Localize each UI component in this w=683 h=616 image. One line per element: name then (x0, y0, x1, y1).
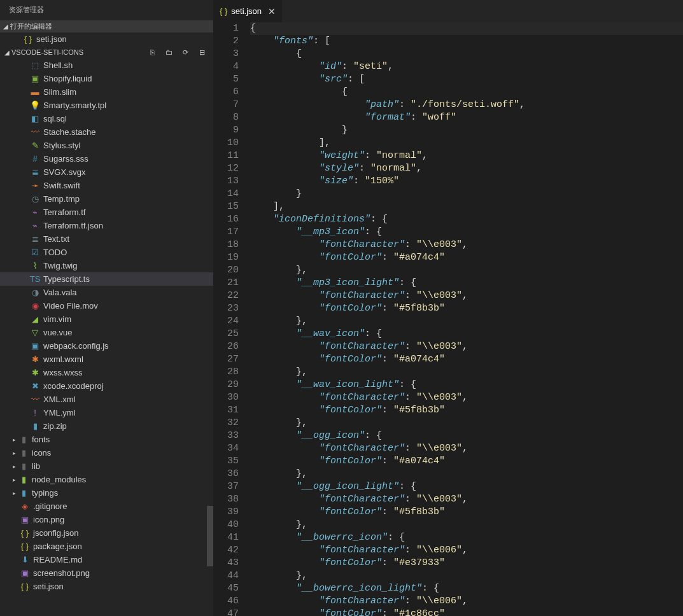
code-content[interactable]: { "fonts": [ { "id": "seti", "src": [ { … (250, 22, 683, 616)
code-line[interactable]: "fontCharacter": "\\e003", (250, 391, 683, 404)
file-row[interactable]: ◧sql.sql (0, 112, 213, 125)
code-line[interactable]: "fontColor": "#5f8b3b" (250, 302, 683, 315)
code-line[interactable]: "fontCharacter": "\\e003", (250, 442, 683, 455)
code-line[interactable]: { (250, 48, 683, 60)
file-row[interactable]: 〰Stache.stache (0, 125, 213, 139)
code-line[interactable]: }, (250, 264, 683, 277)
code-line[interactable]: } (250, 124, 683, 137)
code-line[interactable]: "fontColor": "#a074c4" (250, 455, 683, 468)
folder-row[interactable]: ▸▮fonts (0, 433, 213, 446)
new-file-icon[interactable]: ⎘ (147, 47, 157, 57)
file-row[interactable]: ☑TODO (0, 246, 213, 259)
file-row[interactable]: 💡Smarty.smarty.tpl (0, 99, 213, 112)
file-row[interactable]: ➛Swift.swift (0, 179, 213, 192)
file-row[interactable]: ⬇README.md (0, 553, 213, 566)
code-line[interactable]: "__mp3_icon_light": { (250, 277, 683, 290)
code-line[interactable]: ], (250, 200, 683, 213)
refresh-icon[interactable]: ⟳ (180, 47, 190, 57)
code-line[interactable]: "fontCharacter": "\\e006", (250, 544, 683, 557)
code-line[interactable]: "__bowerrc_icon": { (250, 531, 683, 544)
code-line[interactable]: "__ogg_icon": { (250, 430, 683, 442)
file-row[interactable]: ⌇Twig.twig (0, 259, 213, 272)
scrollbar-thumb[interactable] (207, 506, 213, 566)
code-line[interactable]: }, (250, 570, 683, 582)
file-row[interactable]: ◈.gitignore (0, 500, 213, 513)
close-icon[interactable]: ✕ (265, 6, 276, 17)
file-row[interactable]: ✎Stylus.styl (0, 139, 213, 152)
code-line[interactable]: "__wav_icon": { (250, 328, 683, 340)
code-line[interactable]: "__wav_icon_light": { (250, 379, 683, 391)
file-row[interactable]: { }jsconfig.json (0, 526, 213, 540)
code-line[interactable]: "fontColor": "#1c86cc" (250, 608, 683, 616)
file-row[interactable]: !YML.yml (0, 406, 213, 419)
folder-row[interactable]: ▸▮lib (0, 459, 213, 473)
open-editor-item[interactable]: { }seti.json (0, 32, 213, 46)
workspace-header[interactable]: ◢ VSCODE-SETI-ICONS ⎘ 🗀 ⟳ ⊟ (0, 46, 213, 59)
file-row[interactable]: ✱wxss.wxss (0, 366, 213, 379)
code-line[interactable]: { (250, 86, 683, 99)
code-line[interactable]: ], (250, 137, 683, 150)
file-row[interactable]: ▣webpack.config.js (0, 339, 213, 353)
collapse-all-icon[interactable]: ⊟ (197, 47, 207, 57)
code-line[interactable]: }, (250, 315, 683, 328)
code-line[interactable]: "fontCharacter": "\\e003", (250, 290, 683, 302)
file-row[interactable]: ◢vim.vim (0, 312, 213, 326)
code-line[interactable]: }, (250, 366, 683, 379)
code-line[interactable]: "__bowerrc_icon_light": { (250, 582, 683, 595)
file-row[interactable]: ▣screenshot.png (0, 566, 213, 580)
file-row[interactable]: ✖xcode.xcodeproj (0, 379, 213, 393)
file-icon: { } (19, 528, 31, 538)
file-row[interactable]: { }seti.json (0, 580, 213, 593)
code-line[interactable]: "fontColor": "#5f8b3b" (250, 506, 683, 519)
code-line[interactable]: "fontCharacter": "\\e003", (250, 239, 683, 251)
file-row[interactable]: ✱wxml.wxml (0, 353, 213, 366)
code-line[interactable]: "fonts": [ (250, 35, 683, 48)
folder-row[interactable]: ▸▮icons (0, 446, 213, 459)
code-line[interactable]: "iconDefinitions": { (250, 213, 683, 226)
file-row[interactable]: ▣icon.png (0, 513, 213, 526)
file-row[interactable]: TSTypescript.ts (0, 272, 213, 286)
code-line[interactable]: }, (250, 417, 683, 430)
code-line[interactable]: "id": "seti", (250, 60, 683, 73)
file-row[interactable]: ▬Slim.slim (0, 85, 213, 99)
file-row[interactable]: { }package.json (0, 540, 213, 553)
file-row[interactable]: 〰XML.xml (0, 393, 213, 406)
new-folder-icon[interactable]: 🗀 (164, 47, 174, 57)
code-line[interactable]: "__mp3_icon": { (250, 226, 683, 239)
editor-tab[interactable]: { } seti.json ✕ (213, 0, 283, 22)
code-line[interactable]: "weight": "normal", (250, 150, 683, 162)
code-line[interactable]: "fontColor": "#5f8b3b" (250, 404, 683, 417)
code-line[interactable]: "size": "150%" (250, 175, 683, 188)
code-line[interactable]: "fontColor": "#a074c4" (250, 251, 683, 264)
file-row[interactable]: ◉Video File.mov (0, 299, 213, 312)
file-row[interactable]: ≣Text.txt (0, 232, 213, 246)
code-line[interactable]: "fontColor": "#a074c4" (250, 353, 683, 366)
code-line[interactable]: "fontCharacter": "\\e003", (250, 340, 683, 353)
open-editors-header[interactable]: ◢ 打开的编辑器 (0, 20, 213, 32)
code-line[interactable]: "fontColor": "#e37933" (250, 557, 683, 570)
code-line[interactable]: "fontCharacter": "\\e003", (250, 493, 683, 506)
code-line[interactable]: "format": "woff" (250, 111, 683, 124)
code-line[interactable]: "fontCharacter": "\\e006", (250, 595, 683, 608)
code-line[interactable]: { (250, 22, 683, 35)
file-row[interactable]: ▽vue.vue (0, 326, 213, 339)
file-row[interactable]: #Sugarss.sss (0, 152, 213, 165)
code-line[interactable]: } (250, 188, 683, 200)
file-row[interactable]: ◑Vala.vala (0, 286, 213, 299)
folder-row[interactable]: ▸▮typings (0, 486, 213, 500)
code-line[interactable]: "src": [ (250, 73, 683, 86)
code-editor[interactable]: 1234567891011121314151617181920212223242… (213, 22, 683, 616)
folder-row[interactable]: ▸▮node_modules (0, 473, 213, 486)
code-line[interactable]: }, (250, 519, 683, 531)
file-row[interactable]: ◷Temp.tmp (0, 192, 213, 206)
file-row[interactable]: ⌁Terraform.tf.json (0, 219, 213, 232)
file-row[interactable]: ▣Shopify.liquid (0, 72, 213, 85)
file-row[interactable]: ≣SVGX.svgx (0, 165, 213, 179)
file-row[interactable]: ▮zip.zip (0, 419, 213, 433)
code-line[interactable]: "__ogg_icon_light": { (250, 480, 683, 493)
code-line[interactable]: }, (250, 468, 683, 480)
file-row[interactable]: ⬚Shell.sh (0, 59, 213, 72)
code-line[interactable]: "style": "normal", (250, 162, 683, 175)
file-row[interactable]: ⌁Terraform.tf (0, 206, 213, 219)
code-line[interactable]: "path": "./fonts/seti.woff", (250, 99, 683, 111)
